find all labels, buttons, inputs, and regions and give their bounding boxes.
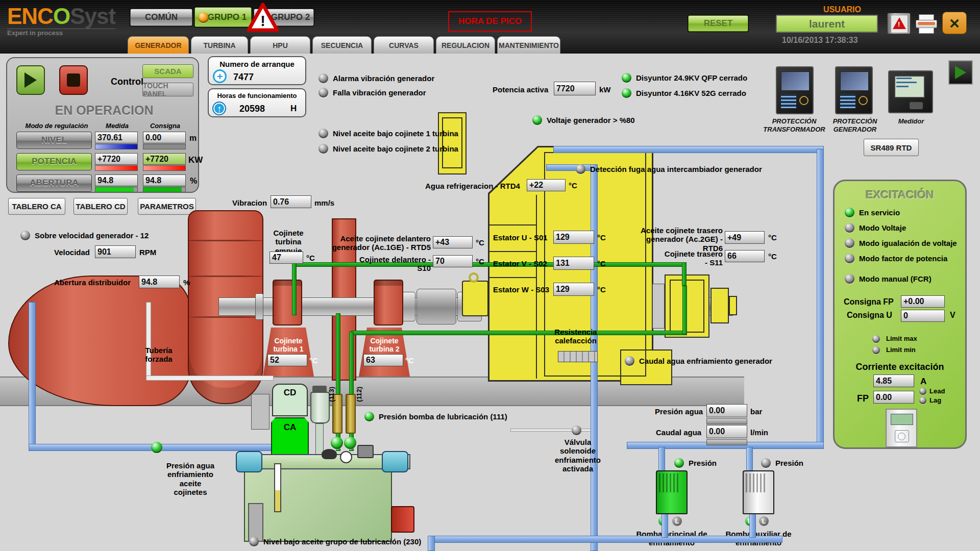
rear-bearing-field: 66 [725,250,765,262]
generator-divider-h3 [489,277,536,278]
potencia-consigna-bar [143,165,186,171]
cooling-water-label: Agua refrigeracion - RTD4 [425,182,520,190]
consigna-fp-label: Consigna FP [844,297,894,307]
mode-nivel-button[interactable]: NIVEL [16,132,92,149]
comun-button[interactable]: COMÚN [130,9,192,26]
touch-panel-button[interactable]: TOUCH PANEL [142,83,193,96]
exciter-frame [670,280,704,333]
mode-abertura-button[interactable]: ABERTURA [16,174,92,192]
col-medida: Medida [93,122,141,130]
next-page-button[interactable] [948,60,973,85]
lube-tank [244,460,392,542]
rear-oil-label: Aceite cojinete trasero generador (Ac.2G… [635,226,723,253]
excitation-current-unit: A [920,377,926,387]
abertura-consigna-bar [143,187,186,192]
pipe-top-blue [553,146,824,153]
aux-cooling-pump[interactable] [743,470,774,514]
oil-cooling-water-label: Presión agua enfriamiento aceite cojinet… [162,461,218,496]
stop-button[interactable] [59,65,88,95]
hours-counter-label: Horas de funcionamiento [209,92,305,100]
bearing2-field: 63 [363,354,403,366]
column-seam [188,276,263,277]
aux-pump-pressure-label: Presión [775,459,803,467]
potencia-medida-bar [95,165,138,171]
oil-bearing1-lamp [318,129,328,138]
alarm-log-icon[interactable]: ! [887,13,911,34]
stator-v-field: 131 [553,257,594,270]
opening-field: 94.8 [139,276,180,288]
flow-meter-112 [346,394,356,434]
tab-turbina[interactable]: TURBINA [191,36,248,54]
control-panel: Control SCADA TOUCH PANEL EN OPERACION M… [6,57,199,193]
main-pump-pressure: Presión [674,458,717,468]
breaker2-indicator: Disyuntor 4.16KV 52G cerrado [622,88,746,98]
reset-button[interactable]: RESET [688,15,748,32]
grupo2-warning-icon: ! [247,3,279,32]
speed-label: Velocidad [54,248,90,257]
mode-potencia-button[interactable]: POTENCIA [16,153,92,170]
front-oil-field: +43 [433,236,473,248]
scada-button[interactable]: SCADA [142,64,193,78]
sr489-rtd-button[interactable]: SR489 RTD [864,139,919,156]
protection-transformer-device[interactable] [776,66,814,114]
protection-generator-device[interactable] [835,66,873,114]
nivel-consigna-bar [143,144,186,149]
pipe-aux-pump-outlet [749,513,756,538]
alarm-oil-bearing2: Nivel aceite bajo cojinete 2 turbina [318,144,458,154]
grupo1-lamp [198,12,209,23]
tab-secuencia[interactable]: SECUENCIA [312,36,372,54]
filter-canister [310,392,330,423]
tank-right-pump [391,506,414,533]
abertura-medida-field: 94.8 [95,174,138,186]
print-icon[interactable] [916,14,937,34]
abertura-medida-bar [95,187,138,192]
overspeed-label: Sobre velocidad generador - 12 [35,231,149,240]
tank-left-bracket [248,503,263,542]
user-field[interactable]: laurent [776,15,878,33]
manifold-left-pump [236,451,262,472]
tab-hpu[interactable]: HPU [250,36,310,54]
front-oil-unit: °C [476,238,484,247]
pipe-right-blue-vertical [817,149,824,448]
bearing2-label: Cojinete turbina 2 [359,337,410,353]
nivel-consigna-field: 0.00 [143,132,186,143]
pipe-left-blue-vertical [29,302,36,451]
excitation-device-image[interactable] [886,409,917,447]
opening-label: Abertura distribuidor [54,278,131,287]
bearing1-field: 52 [267,354,307,366]
plus-icon[interactable]: + [213,69,227,83]
limit-min-label: Limit min [886,346,916,354]
tab-mantenimiento[interactable]: MANTENIMIENTO [497,36,560,54]
grupo1-label: GRUPO 1 [208,12,247,22]
pf-mode-label: Modo factor de potencia [859,254,947,263]
parametros-button[interactable]: PARAMETROS [138,198,196,215]
close-icon[interactable]: × [942,12,967,34]
stator-w-field: 129 [553,283,594,296]
low-oil-label: Nivel bajo aceite grupo de lubricación (… [263,537,421,546]
meter-device[interactable] [888,70,933,113]
main-cooling-pump[interactable] [656,470,688,514]
fp-field: 0.00 [873,391,914,404]
pipe-white-vertical [146,302,151,379]
lube-pressure-indicator: Presión bomba de lubricación (111) [364,412,507,421]
ca-label: CA [271,422,309,433]
generator-divider-h2 [489,251,536,252]
main-pump-pressure-lamp [674,458,684,468]
breaker2-lamp [622,88,631,98]
tablero-cd-button[interactable]: TABLERO CD [74,198,128,215]
manual-mode-lamp [845,274,854,284]
excitation-manual-mode: Modo manual (FCR) [845,274,932,284]
tab-regulacion[interactable]: REGULACION [436,36,495,54]
logo-syst: Syst [70,4,115,29]
up-arrow-icon[interactable]: ↑ [212,102,226,115]
pf-mode-lamp [845,254,854,263]
tab-generador[interactable]: GENERADOR [128,36,189,54]
grupo1-button[interactable]: GRUPO 1 [194,7,252,27]
solenoid-valve-body [357,445,374,458]
pipe-white-horizontal [146,375,274,381]
limit-min-indicator: Limit min [872,346,916,354]
tab-curvas[interactable]: CURVAS [374,36,434,54]
nivel-medida-field: 370.61 [95,132,138,143]
tablero-ca-button[interactable]: TABLERO CA [8,198,65,215]
start-button[interactable] [16,65,45,95]
